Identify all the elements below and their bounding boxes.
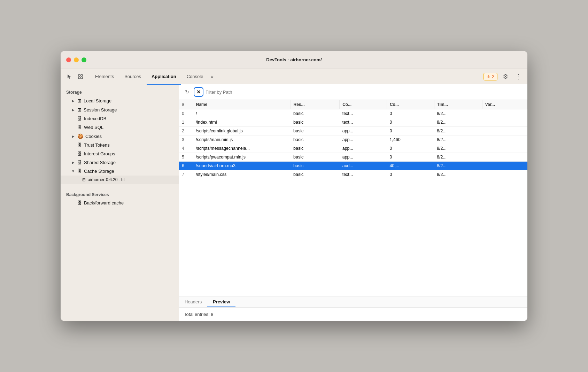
db-icon: 🗄 [77,125,82,130]
traffic-lights [66,57,86,62]
cell-num: 1 [179,118,193,127]
tab-preview[interactable]: Preview [207,296,235,307]
toolbar: Elements Sources Application Console » ⚠… [61,69,527,84]
maximize-button[interactable] [82,57,86,62]
cell-name: /styles/main.css [193,170,291,179]
sidebar-item-web-sql[interactable]: ▶ 🗄 Web SQL [61,123,179,132]
chevron-right-icon: ▶ [71,99,75,103]
cell-value: 8/2... [434,153,482,162]
sidebar-item-label: Shared Storage [84,160,116,165]
db-icon: 🗄 [77,200,82,206]
cell-value: 0 [387,127,434,135]
bg-services-section-label: Background Services [61,189,179,199]
cell-value: app... [340,144,387,153]
table-row[interactable]: 4/scripts/messagechannela...basicapp...0… [179,144,527,153]
minimize-button[interactable] [74,57,79,62]
refresh-button[interactable]: ↻ [183,87,192,96]
more-tabs-button[interactable]: » [209,71,215,82]
col-res: Res... [291,100,340,109]
table-row[interactable]: 6/sounds/airhorn.mp3basicaud...40,...8/2… [179,162,527,170]
cell-value [482,153,527,162]
sidebar-item-cache-storage[interactable]: ▼ 🗄 Cache Storage [61,167,179,176]
cell-name: /scripts/main.min.js [193,135,291,144]
sidebar-item-back-forward-cache[interactable]: ▶ 🗄 Back/forward cache [61,199,179,207]
table-row[interactable]: 5/scripts/pwacompat.min.jsbasicapp...08/… [179,153,527,162]
more-menu-button[interactable]: ⋮ [513,71,524,82]
window-title: DevTools - airhorner.com/ [266,57,322,62]
settings-button[interactable]: ⚙ [500,71,511,82]
cell-name: /sounds/airhorn.mp3 [193,162,291,170]
sidebar-item-shared-storage[interactable]: ▶ 🗄 Shared Storage [61,158,179,167]
sidebar-item-cookies[interactable]: ▶ 🍪 Cookies [61,132,179,141]
sidebar-item-label: Trust Tokens [84,142,110,148]
sidebar: Storage ▶ ⊞ Local Storage ▶ ⊞ Session St… [61,84,179,321]
main-panel: ↻ ✕ # Name Res... Co... Co... Tim... [179,84,527,321]
table-row[interactable]: 1/index.htmlbasictext...08/2... [179,118,527,127]
sidebar-item-local-storage[interactable]: ▶ ⊞ Local Storage [61,96,179,105]
tab-elements[interactable]: Elements [90,71,119,82]
cell-value [482,109,527,118]
cache-table: # Name Res... Co... Co... Tim... Var... … [179,100,527,296]
cell-value: 0 [387,144,434,153]
cell-value: 40,... [387,162,434,170]
warning-badge[interactable]: ⚠ 2 [483,73,497,80]
cell-value: basic [291,170,340,179]
cell-value: basic [291,144,340,153]
sidebar-item-label: Interest Groups [84,151,115,156]
table-row[interactable]: 7/styles/main.cssbasictext...08/2... [179,170,527,179]
sidebar-item-label: Local Storage [84,98,111,103]
sidebar-item-cache-entry[interactable]: ▶ ⊞ airhorner-0.6.20 - ht [61,176,179,184]
storage-section-label: Storage [61,87,179,96]
table-row[interactable]: 0/basictext...08/2... [179,109,527,118]
cell-value [482,135,527,144]
db-icon: 🗄 [77,160,82,165]
sidebar-item-indexeddb[interactable]: ▶ 🗄 IndexedDB [61,114,179,123]
grid-icon: ⊞ [77,98,82,103]
cell-value: 8/2... [434,170,482,179]
db-icon: 🗄 [77,142,82,148]
tab-headers[interactable]: Headers [179,296,207,307]
cookie-icon: 🍪 [77,133,83,139]
content-area: Storage ▶ ⊞ Local Storage ▶ ⊞ Session St… [61,84,527,321]
toolbar-right: ⚠ 2 ⚙ ⋮ [483,71,524,82]
clear-filter-button[interactable]: ✕ [194,87,203,97]
inspect-icon[interactable] [75,71,86,82]
cell-value: basic [291,153,340,162]
sidebar-item-label: Cookies [85,134,102,139]
sidebar-item-trust-tokens[interactable]: ▶ 🗄 Trust Tokens [61,141,179,149]
cell-value: 8/2... [434,144,482,153]
cell-value: text... [340,109,387,118]
cell-value: 0 [387,153,434,162]
cursor-icon[interactable] [64,71,75,82]
table-row[interactable]: 2/scripts/comlink.global.jsbasicapp...08… [179,127,527,135]
chevron-down-icon: ▼ [71,169,75,173]
cell-name: /scripts/messagechannela... [193,144,291,153]
filter-input[interactable] [206,90,524,95]
table-header-row: # Name Res... Co... Co... Tim... Var... [179,100,527,109]
sidebar-item-label: Back/forward cache [84,200,124,206]
cell-num: 7 [179,170,193,179]
sidebar-item-session-storage[interactable]: ▶ ⊞ Session Storage [61,105,179,114]
bottom-tabs: Headers Preview [179,296,527,308]
cell-value: 8/2... [434,109,482,118]
sidebar-item-label: IndexedDB [84,116,106,121]
toolbar-separator [88,73,88,80]
preview-area: Total entries: 8 [179,308,527,321]
close-button[interactable] [66,57,71,62]
tab-sources[interactable]: Sources [119,71,146,82]
cell-value: 8/2... [434,135,482,144]
table-row[interactable]: 3/scripts/main.min.jsbasicapp...1,4608/2… [179,135,527,144]
sidebar-item-interest-groups[interactable]: ▶ 🗄 Interest Groups [61,149,179,158]
cell-num: 3 [179,135,193,144]
tab-console[interactable]: Console [182,71,208,82]
svg-rect-3 [81,77,83,79]
cell-value: text... [340,170,387,179]
cell-value: 8/2... [434,162,482,170]
devtools-window: DevTools - airhorner.com/ Elements Sourc… [61,51,527,321]
db-icon: 🗄 [77,116,82,121]
cell-value: 8/2... [434,118,482,127]
cell-value: basic [291,135,340,144]
cell-value [482,162,527,170]
tab-application[interactable]: Application [147,71,181,82]
cell-value: basic [291,127,340,135]
